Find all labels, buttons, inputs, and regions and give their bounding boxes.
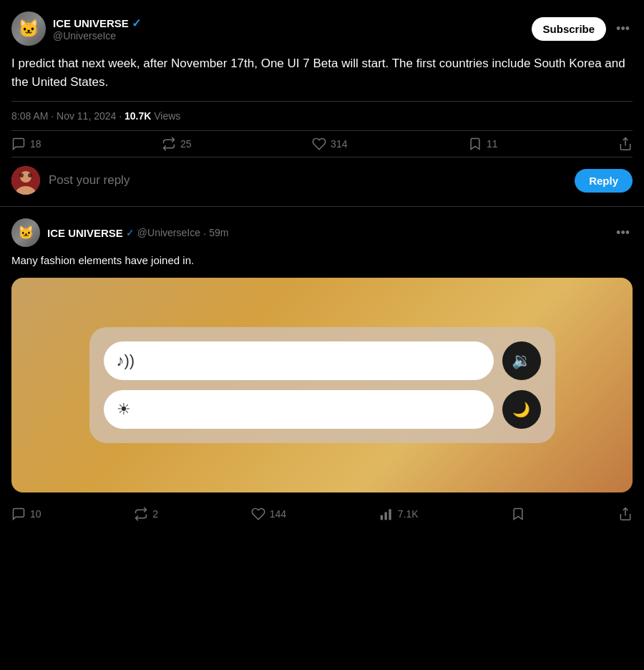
tweet-meta: 8:08 AM · Nov 11, 2024 · 10.7K Views <box>11 101 633 131</box>
speaker-icon: 🔉 <box>512 351 531 370</box>
comment-count: 18 <box>30 138 42 150</box>
second-tweet-meta: ICE UNIVERSE ✓ @UniverseIce · 59m <box>47 227 228 239</box>
second-username: @UniverseIce <box>137 227 200 238</box>
second-share-action[interactable] <box>618 507 633 521</box>
tweet-actions: 18 25 314 11 <box>11 131 633 157</box>
bookmark-icon <box>468 137 482 151</box>
share-action[interactable] <box>618 137 633 151</box>
verified-icon: ✓ <box>132 16 141 30</box>
bookmark-count: 11 <box>487 138 498 150</box>
second-retweet-icon <box>134 507 148 521</box>
username: @UniverseIce <box>53 30 141 42</box>
svg-point-5 <box>28 173 32 178</box>
second-bookmark-action[interactable] <box>511 507 525 521</box>
reply-input[interactable] <box>49 173 566 188</box>
svg-rect-6 <box>380 515 382 520</box>
bookmark-action[interactable]: 11 <box>468 137 498 151</box>
second-like-count: 144 <box>270 508 286 520</box>
second-retweet-action[interactable]: 2 <box>134 507 158 521</box>
sun-icon: ☀ <box>117 400 131 419</box>
comment-action[interactable]: 18 <box>11 137 42 151</box>
volume-slider: ♪)) <box>104 341 494 380</box>
first-tweet-header: 🐱 ICE UNIVERSE ✓ @UniverseIce Subscribe … <box>11 11 633 46</box>
moon-icon: 🌙 <box>512 401 530 418</box>
volume-row: ♪)) 🔉 <box>104 341 541 380</box>
second-comment-action[interactable]: 10 <box>11 507 42 521</box>
share-icon <box>618 137 633 151</box>
second-tweet-header: 🐱 ICE UNIVERSE ✓ @UniverseIce · 59m ••• <box>11 218 633 247</box>
second-tweet-user-group: 🐱 ICE UNIVERSE ✓ @UniverseIce · 59m <box>11 218 228 247</box>
views-count: 10.7K <box>125 110 151 122</box>
comment-icon <box>11 137 26 151</box>
svg-point-4 <box>19 173 24 178</box>
tweet-time: 8:08 AM <box>11 110 48 122</box>
second-comment-count: 10 <box>30 508 42 520</box>
subscribe-button[interactable]: Subscribe <box>532 17 607 41</box>
second-more-options-button[interactable]: ••• <box>613 223 633 243</box>
first-tweet: 🐱 ICE UNIVERSE ✓ @UniverseIce Subscribe … <box>0 0 644 207</box>
meta-separator: · <box>51 110 57 122</box>
retweet-icon <box>162 137 176 151</box>
second-share-icon <box>618 507 633 521</box>
bar-chart-icon <box>379 507 394 521</box>
second-views-action[interactable]: 7.1K <box>379 507 419 521</box>
tweet-date: Nov 11, 2024 <box>57 110 116 122</box>
retweet-action[interactable]: 25 <box>162 137 192 151</box>
brightness-row: ☀ 🌙 <box>104 390 541 429</box>
tweet-text: I predict that next week, after November… <box>11 54 633 91</box>
dot-separator: · <box>203 227 206 239</box>
second-verified-icon: ✓ <box>126 227 135 238</box>
reply-user-avatar <box>11 166 40 195</box>
second-retweet-count: 2 <box>152 508 158 520</box>
second-tweet-avatar[interactable]: 🐱 <box>11 218 40 247</box>
second-like-action[interactable]: 144 <box>251 507 286 521</box>
user-info-group: 🐱 ICE UNIVERSE ✓ @UniverseIce <box>11 11 141 46</box>
display-name-text: ICE UNIVERSE <box>53 17 129 29</box>
views-label-text: Views <box>154 110 180 122</box>
brightness-slider: ☀ <box>104 390 494 429</box>
like-action[interactable]: 314 <box>312 137 347 151</box>
header-actions: Subscribe ••• <box>532 17 633 41</box>
phone-screen: ♪)) 🔉 ☀ 🌙 <box>89 327 555 443</box>
heart-icon <box>312 137 326 151</box>
like-count: 314 <box>331 138 347 150</box>
meta-separator2: · <box>119 110 125 122</box>
second-heart-icon <box>251 507 265 521</box>
retweet-count: 25 <box>180 138 192 150</box>
second-display-name: ICE UNIVERSE <box>47 227 123 239</box>
second-comment-icon <box>11 507 26 521</box>
second-tweet-actions: 10 2 144 7.1K <box>11 501 633 530</box>
more-options-button[interactable]: ••• <box>613 19 633 39</box>
moon-button: 🌙 <box>502 390 541 429</box>
avatar[interactable]: 🐱 <box>11 11 46 46</box>
second-time: 59m <box>209 227 228 238</box>
second-views-count: 7.1K <box>398 508 419 520</box>
second-tweet: 🐱 ICE UNIVERSE ✓ @UniverseIce · 59m ••• … <box>0 207 644 530</box>
display-name: ICE UNIVERSE ✓ <box>53 16 141 30</box>
reply-box: Reply <box>11 157 633 206</box>
reply-avatar-image <box>11 166 40 195</box>
reply-button[interactable]: Reply <box>575 169 633 193</box>
phone-ui-image: ♪)) 🔉 ☀ 🌙 <box>11 278 633 492</box>
volume-button: 🔉 <box>502 341 541 380</box>
svg-rect-8 <box>389 509 391 520</box>
user-info: ICE UNIVERSE ✓ @UniverseIce <box>53 16 141 42</box>
second-tweet-text: Many fashion elements have joined in. <box>11 253 633 269</box>
second-bookmark-icon <box>511 507 525 521</box>
music-note-icon: ♪)) <box>117 351 135 370</box>
svg-rect-7 <box>384 512 386 520</box>
